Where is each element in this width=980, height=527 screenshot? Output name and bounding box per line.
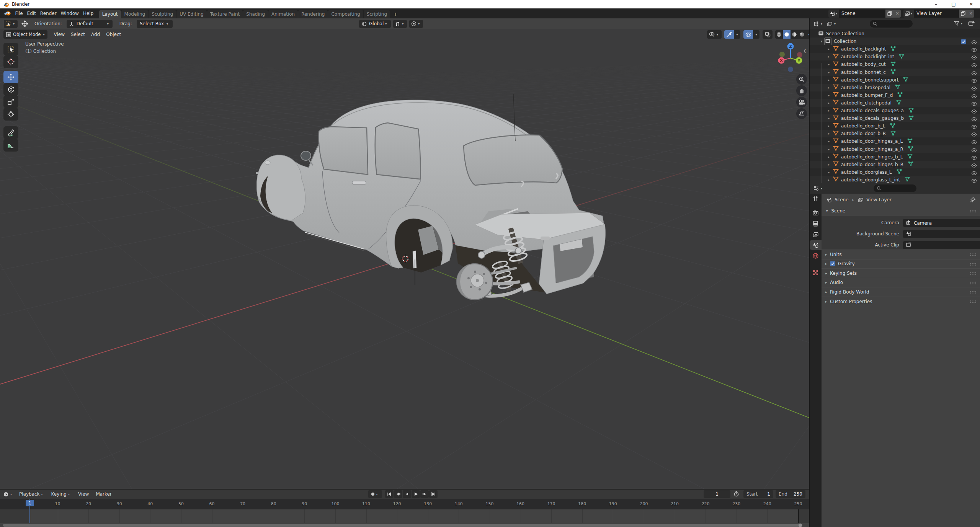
object-expand-arrow[interactable]: ▸ — [827, 132, 831, 135]
nav-gizmo[interactable]: Z X Y — [773, 41, 808, 76]
panel-audio[interactable]: ▸Audio — [822, 278, 980, 287]
panel-custom-properties[interactable]: ▸Custom Properties — [822, 297, 980, 306]
tool-annotate[interactable] — [3, 126, 18, 139]
outliner-row-object[interactable]: ▸autobello_door_hinges_a_L — [810, 137, 980, 145]
workspace-tab-scripting[interactable]: Scripting — [364, 10, 390, 18]
start-frame-field[interactable]: Start1 — [743, 490, 773, 498]
hide-icon[interactable] — [971, 63, 977, 67]
properties-editor-dropdown[interactable]: ▾ — [813, 185, 824, 191]
timeline-scrollbar-handle[interactable] — [799, 524, 802, 527]
workspace-tab-compositing[interactable]: Compositing — [328, 10, 363, 18]
hide-icon[interactable] — [971, 148, 977, 152]
new-collection-button[interactable] — [968, 20, 975, 28]
viewport-3d[interactable]: Object Mode ▾ ViewSelectAddObject ▾ ▾ ▾ — [0, 18, 809, 489]
ortho-grid-button[interactable] — [796, 108, 807, 119]
object-expand-arrow[interactable]: ▸ — [827, 62, 831, 66]
workspace-tab-rendering[interactable]: Rendering — [298, 10, 328, 18]
workspace-tab-sculpting[interactable]: Sculpting — [149, 10, 176, 18]
timeline-scrollbar[interactable] — [3, 524, 802, 527]
breadcrumb-scene[interactable]: Scene — [835, 197, 849, 202]
shading-rendered-button[interactable] — [798, 30, 806, 39]
workspace-tab-uv-editing[interactable]: UV Editing — [176, 10, 207, 18]
object-expand-arrow[interactable]: ▸ — [827, 78, 831, 82]
outliner-row-object[interactable]: ▸autobello_clutchpedal — [810, 99, 980, 107]
outliner-row-collection[interactable]: ▾Collection — [810, 38, 980, 45]
transport-next-key[interactable] — [420, 490, 429, 498]
outliner-row-object[interactable]: ▸autobello_decals_gauges_a — [810, 107, 980, 114]
view-layer-unlink-button[interactable]: ✕ — [967, 10, 974, 18]
panel-grip[interactable] — [970, 300, 976, 303]
gravity-checkbox[interactable] — [830, 261, 835, 266]
outliner-row-object[interactable]: ▸autobello_bonnetsupport — [810, 76, 980, 84]
tool-cursor[interactable] — [3, 55, 18, 68]
snap-toggle[interactable]: ▾ — [393, 20, 407, 28]
object-expand-arrow[interactable]: ▸ — [827, 70, 831, 74]
field-clip[interactable] — [903, 241, 980, 249]
timeline-menu-view[interactable]: View — [75, 491, 92, 497]
pin-icon[interactable] — [970, 197, 975, 202]
outliner-display-mode-dropdown[interactable]: ▾ — [813, 21, 824, 27]
editor-separator-horizontal[interactable] — [0, 489, 809, 489]
hide-icon[interactable] — [971, 171, 977, 175]
gizmo-dropdown[interactable]: ▾ — [734, 30, 740, 39]
transport-prev-frame[interactable] — [403, 490, 411, 498]
scene-selector[interactable]: ▾ Scene ✕ — [828, 10, 901, 18]
shading-solid-button[interactable] — [783, 30, 791, 39]
hide-icon[interactable] — [971, 40, 977, 44]
tool-move[interactable] — [3, 71, 18, 83]
outliner-row-object[interactable]: ▸autobello_body_cut — [810, 60, 980, 68]
car-model[interactable] — [256, 94, 605, 300]
pan-button[interactable] — [796, 85, 807, 96]
proportional-edit-toggle[interactable]: ▾ — [409, 20, 423, 28]
window-close-button[interactable]: ✕ — [962, 0, 980, 8]
object-expand-arrow[interactable]: ▸ — [827, 155, 831, 159]
tool-scale[interactable] — [3, 95, 18, 108]
end-frame-field[interactable]: End250 — [776, 490, 805, 498]
hide-icon[interactable] — [971, 156, 977, 160]
outliner-row-scene-collection[interactable]: Scene Collection — [810, 30, 980, 38]
xray-toggle[interactable] — [763, 30, 773, 39]
transport-jump-end[interactable] — [429, 490, 438, 498]
workspace-tab-shading[interactable]: Shading — [243, 10, 268, 18]
object-expand-arrow[interactable]: ▸ — [827, 55, 831, 59]
outliner-row-object[interactable]: ▸autobello_door_b_L — [810, 122, 980, 130]
topbar-menu-render[interactable]: Render — [38, 8, 59, 18]
workspace-add-button[interactable]: + — [390, 10, 400, 18]
outliner-row-object[interactable]: ▸autobello_door_hinges_a_R — [810, 145, 980, 153]
outliner-row-object[interactable]: ▸autobello_doorglass_L — [810, 168, 980, 176]
object-expand-arrow[interactable]: ▸ — [827, 170, 831, 174]
properties-tab-render[interactable] — [810, 208, 822, 218]
panel-keying-sets[interactable]: ▸Keying Sets — [822, 268, 980, 277]
object-expand-arrow[interactable]: ▸ — [827, 178, 831, 182]
window-maximize-button[interactable]: □ — [945, 0, 962, 8]
topbar-menu-window[interactable]: Window — [59, 8, 81, 18]
panel-grip[interactable] — [970, 253, 976, 256]
workspace-tab-layout[interactable]: Layout — [99, 10, 121, 18]
transport-play[interactable] — [412, 490, 420, 498]
show-overlays-toggle[interactable] — [743, 30, 753, 39]
properties-tab-world[interactable] — [810, 251, 822, 261]
scene-copy-button[interactable] — [885, 10, 894, 18]
outliner-row-object[interactable]: ▸autobello_door_hinges_b_L — [810, 153, 980, 161]
blender-menu-logo[interactable] — [4, 11, 11, 16]
hide-icon[interactable] — [971, 125, 977, 129]
panel-grip[interactable] — [970, 281, 976, 284]
view-layer-selector[interactable]: ▾ View Layer ✕ — [903, 10, 974, 18]
hide-icon[interactable] — [971, 117, 977, 121]
tool-rotate[interactable] — [3, 83, 18, 96]
shading-dropdown[interactable]: ▾ — [806, 30, 809, 39]
object-expand-arrow[interactable]: ▸ — [827, 109, 831, 113]
field-camera[interactable]: Camera✕ — [903, 219, 980, 227]
mode-dropdown[interactable]: Object Mode ▾ — [3, 30, 47, 39]
timeline-menu-marker[interactable]: Marker — [92, 491, 115, 497]
editor-separator-vertical[interactable] — [809, 18, 810, 527]
properties-tab-scene[interactable] — [810, 240, 822, 250]
panel-expand-arrow[interactable]: ▸ — [822, 300, 830, 303]
outliner-row-object[interactable]: ▸autobello_door_b_R — [810, 130, 980, 137]
object-expand-arrow[interactable]: ▸ — [827, 147, 831, 151]
hide-icon[interactable] — [971, 71, 977, 75]
view-layer-copy-button[interactable] — [959, 10, 967, 18]
scene-panel-grip[interactable] — [970, 209, 976, 212]
camera-view-button[interactable] — [796, 97, 807, 108]
hide-icon[interactable] — [971, 132, 977, 137]
